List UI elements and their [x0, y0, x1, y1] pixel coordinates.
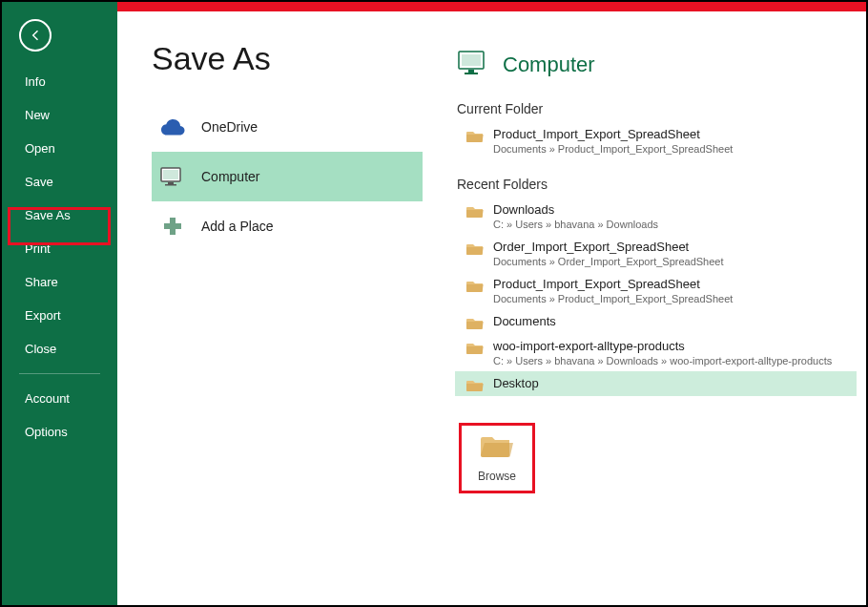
sidebar-item-new[interactable]: New	[2, 98, 117, 132]
computer-icon	[457, 50, 489, 80]
svg-rect-8	[468, 70, 474, 73]
location-label: Computer	[201, 169, 259, 184]
recent-folders-label: Recent Folders	[457, 177, 857, 192]
arrow-left-icon	[28, 28, 43, 43]
sidebar-item-close[interactable]: Close	[2, 332, 117, 366]
folder-icon	[466, 378, 484, 391]
location-label: Add a Place	[201, 219, 274, 234]
folder-details-column: Computer Current Folder Product_Import_E…	[423, 11, 866, 605]
svg-rect-7	[462, 54, 481, 66]
folder-path: C: » Users » bhavana » Downloads » woo-i…	[493, 355, 832, 366]
cloud-icon	[159, 114, 186, 140]
sidebar-item-save[interactable]: Save	[2, 165, 117, 199]
folder-name: Product_Import_Export_SpreadSheet	[493, 127, 733, 141]
title-bar	[117, 2, 866, 11]
location-label: OneDrive	[201, 119, 258, 135]
sidebar-item-export[interactable]: Export	[2, 299, 117, 332]
folder-name: Product_Import_Export_SpreadSheet	[493, 277, 733, 291]
current-folder-item[interactable]: Product_Import_Export_SpreadSheet Docume…	[455, 122, 857, 159]
sidebar-item-account[interactable]: Account	[2, 382, 117, 415]
folder-name: Documents	[493, 314, 556, 328]
browse-label: Browse	[478, 470, 516, 483]
folder-icon	[466, 279, 484, 292]
recent-folders-list: DownloadsC: » Users » bhavana » Download…	[457, 198, 857, 396]
recent-folder-item[interactable]: Documents	[455, 309, 857, 334]
selected-location-header: Computer	[457, 50, 857, 80]
svg-rect-3	[165, 184, 176, 186]
current-folder-label: Current Folder	[457, 101, 857, 116]
folder-name: Order_Import_Export_SpreadSheet	[493, 240, 724, 254]
folder-icon	[466, 241, 484, 255]
sidebar-item-open[interactable]: Open	[2, 132, 117, 165]
folder-open-icon	[481, 433, 513, 462]
recent-folder-item[interactable]: DownloadsC: » Users » bhavana » Download…	[455, 198, 857, 235]
folder-icon	[466, 129, 484, 142]
folder-path: Documents » Product_Import_Export_Spread…	[493, 293, 733, 304]
location-computer[interactable]: Computer	[152, 152, 423, 201]
sidebar-item-save-as[interactable]: Save As	[2, 199, 117, 232]
folder-icon	[466, 204, 484, 218]
sidebar-divider	[19, 373, 100, 374]
backstage-sidebar: Info New Open Save Save As Print Share E…	[2, 2, 117, 605]
recent-folder-item[interactable]: Product_Import_Export_SpreadSheetDocumen…	[455, 272, 857, 309]
plus-icon	[159, 213, 186, 240]
svg-rect-1	[163, 170, 178, 179]
folder-name: Downloads	[493, 202, 658, 217]
recent-folder-item[interactable]: woo-import-export-alltype-productsC: » U…	[455, 334, 857, 371]
recent-folder-item[interactable]: Desktop	[455, 371, 857, 396]
save-locations-column: Save As OneDrive Computer Add a Place	[117, 11, 423, 605]
main-content: Save As OneDrive Computer Add a Place	[117, 2, 866, 605]
location-add-place[interactable]: Add a Place	[152, 201, 423, 251]
sidebar-item-info[interactable]: Info	[2, 65, 117, 98]
folder-path: Documents » Order_Import_Export_SpreadSh…	[493, 256, 724, 267]
browse-button[interactable]: Browse	[459, 423, 535, 493]
svg-rect-5	[164, 223, 181, 229]
folder-name: woo-import-export-alltype-products	[493, 339, 832, 353]
folder-icon	[466, 341, 484, 354]
back-button[interactable]	[19, 19, 52, 52]
sidebar-item-share[interactable]: Share	[2, 265, 117, 299]
recent-folder-item[interactable]: Order_Import_Export_SpreadSheetDocuments…	[455, 235, 857, 272]
folder-path: C: » Users » bhavana » Downloads	[493, 219, 658, 230]
sidebar-item-print[interactable]: Print	[2, 232, 117, 265]
page-title: Save As	[152, 40, 423, 77]
folder-name: Desktop	[493, 376, 539, 390]
folder-icon	[466, 316, 484, 329]
folder-path: Documents » Product_Import_Export_Spread…	[493, 143, 733, 155]
selected-location-title: Computer	[503, 52, 595, 77]
location-onedrive[interactable]: OneDrive	[152, 102, 423, 152]
svg-rect-2	[168, 182, 174, 184]
sidebar-item-options[interactable]: Options	[2, 415, 117, 449]
computer-icon	[159, 163, 186, 190]
svg-rect-9	[465, 73, 478, 74]
